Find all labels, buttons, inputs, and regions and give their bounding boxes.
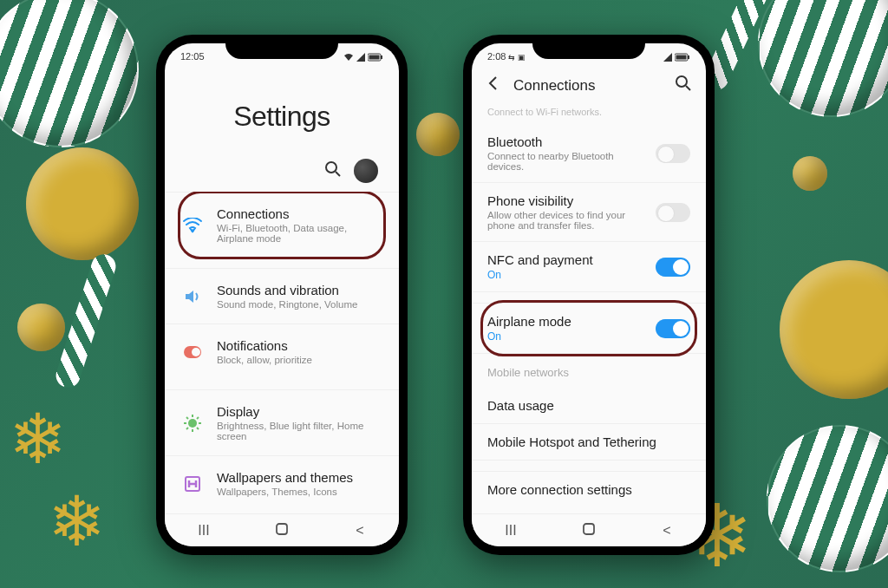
ornament-gold-ball <box>416 113 460 156</box>
connections-list: Bluetooth Connect to nearby Bluetooth de… <box>472 124 706 513</box>
status-time: 12:05 <box>180 51 205 62</box>
category-subtitle: Sound mode, Ringtone, Volume <box>217 299 382 310</box>
svg-point-8 <box>188 419 197 428</box>
page-title: Settings <box>165 101 399 133</box>
row-title: Airplane mode <box>487 314 645 329</box>
search-icon[interactable] <box>675 75 692 96</box>
ornament-stripe-ball <box>758 0 888 117</box>
airplane-mode-toggle[interactable] <box>656 319 690 338</box>
row-title: Bluetooth <box>487 134 645 149</box>
category-notifications[interactable]: Notifications Block, allow, prioritize <box>165 323 399 379</box>
row-subtitle: On <box>487 269 645 281</box>
phone-mockup-left: 12:05 Settings Connections Wi-F <box>156 35 408 555</box>
signal-indicator-icon <box>356 53 365 62</box>
wifi-icon <box>182 215 203 236</box>
svg-line-14 <box>197 428 199 429</box>
status-indicators <box>663 51 690 62</box>
search-icon[interactable] <box>324 160 342 181</box>
category-subtitle: Wallpapers, Themes, Icons <box>217 487 382 497</box>
svg-line-4 <box>336 172 340 176</box>
category-subtitle: Brightness, Blue light filter, Home scre… <box>217 421 382 441</box>
category-connections[interactable]: Connections Wi-Fi, Bluetooth, Data usage… <box>165 192 399 258</box>
row-subtitle: Allow other devices to find your phone a… <box>487 210 645 231</box>
nav-back-button[interactable]: < <box>343 523 377 539</box>
row-subtitle: Connect to nearby Bluetooth devices. <box>487 151 645 172</box>
screen-settings: 12:05 Settings Connections Wi-F <box>165 43 399 546</box>
row-title: Data usage <box>487 398 690 413</box>
settings-category-list: Connections Wi-Fi, Bluetooth, Data usage… <box>165 192 399 513</box>
row-phone-visibility[interactable]: Phone visibility Allow other devices to … <box>472 183 706 242</box>
phone-mockup-right: 2:08 ⇆ ▣ Connections Connect to Wi-Fi ne… <box>463 35 715 555</box>
svg-point-22 <box>676 76 687 87</box>
nav-back-button[interactable]: < <box>650 523 684 539</box>
ornament-gold-ball <box>793 156 827 191</box>
svg-rect-18 <box>277 524 287 534</box>
category-title: Sounds and vibration <box>217 283 382 297</box>
status-indicators <box>343 51 383 62</box>
phone-notch <box>225 35 338 59</box>
nav-recents-button[interactable]: III <box>186 523 221 539</box>
ornament-snowflake: ❄ <box>9 399 67 480</box>
row-subtitle: On <box>487 330 645 343</box>
nav-recents-button[interactable]: III <box>493 523 528 539</box>
nav-home-button[interactable] <box>571 522 606 539</box>
ornament-snowflake: ❄ <box>48 481 106 562</box>
avatar[interactable] <box>354 159 378 183</box>
wallpaper-icon <box>182 474 203 494</box>
svg-point-3 <box>326 162 336 173</box>
ornament-gold-ball <box>26 147 139 260</box>
svg-rect-20 <box>676 56 687 60</box>
back-button[interactable] <box>486 75 501 95</box>
svg-line-13 <box>186 417 188 419</box>
svg-line-16 <box>197 417 199 419</box>
svg-rect-21 <box>688 56 689 59</box>
row-hotspot-tethering[interactable]: Mobile Hotspot and Tethering <box>472 424 706 461</box>
category-subtitle: Wi-Fi, Bluetooth, Data usage, Airplane m… <box>217 223 382 244</box>
row-title: More connection settings <box>487 482 690 497</box>
ornament-gold-ball <box>780 260 888 399</box>
ornament-gold-ball <box>17 304 65 351</box>
sound-icon <box>182 286 203 307</box>
category-display[interactable]: Display Brightness, Blue light filter, H… <box>165 389 399 455</box>
category-title: Connections <box>217 206 382 221</box>
svg-point-5 <box>191 229 194 232</box>
category-subtitle: Block, allow, prioritize <box>217 355 382 365</box>
row-title: NFC and payment <box>487 252 645 267</box>
phone-notch <box>532 35 645 59</box>
notifications-icon <box>182 342 203 363</box>
nfc-toggle[interactable] <box>656 258 690 277</box>
svg-point-7 <box>192 348 200 356</box>
svg-rect-24 <box>584 524 594 534</box>
nav-home-button[interactable] <box>264 522 299 539</box>
row-nfc[interactable]: NFC and payment On <box>472 242 706 292</box>
page-header: Connections <box>513 77 596 95</box>
row-airplane-mode[interactable]: Airplane mode On <box>472 303 706 354</box>
wifi-subheader-partial: Connect to Wi-Fi networks. <box>472 107 706 124</box>
category-title: Notifications <box>217 338 382 353</box>
row-data-usage[interactable]: Data usage <box>472 388 706 424</box>
android-nav-bar: III < <box>165 513 399 546</box>
wifi-indicator-icon <box>343 53 354 62</box>
signal-indicator-icon <box>663 53 672 62</box>
bluetooth-toggle[interactable] <box>656 144 690 163</box>
row-bluetooth[interactable]: Bluetooth Connect to nearby Bluetooth de… <box>472 124 706 183</box>
ornament-stripe-ball <box>0 0 139 147</box>
category-wallpapers[interactable]: Wallpapers and themes Wallpapers, Themes… <box>165 455 399 511</box>
category-sounds[interactable]: Sounds and vibration Sound mode, Rington… <box>165 268 399 323</box>
svg-rect-1 <box>369 56 380 60</box>
ornament-stripe-ball <box>767 425 888 572</box>
category-title: Display <box>217 404 382 419</box>
screen-connections: 2:08 ⇆ ▣ Connections Connect to Wi-Fi ne… <box>472 43 706 546</box>
row-more-connection-settings[interactable]: More connection settings <box>472 471 706 507</box>
svg-line-23 <box>686 86 690 90</box>
android-nav-bar: III < <box>472 513 706 546</box>
phone-visibility-toggle[interactable] <box>656 203 690 222</box>
display-icon <box>182 413 203 434</box>
row-title: Mobile Hotspot and Tethering <box>487 434 690 449</box>
section-mobile-networks[interactable]: Mobile networks <box>472 354 706 388</box>
battery-indicator-icon <box>368 53 383 62</box>
svg-line-15 <box>186 428 188 429</box>
status-time: 2:08 ⇆ ▣ <box>487 51 526 62</box>
battery-indicator-icon <box>675 53 690 62</box>
svg-rect-2 <box>381 56 382 59</box>
